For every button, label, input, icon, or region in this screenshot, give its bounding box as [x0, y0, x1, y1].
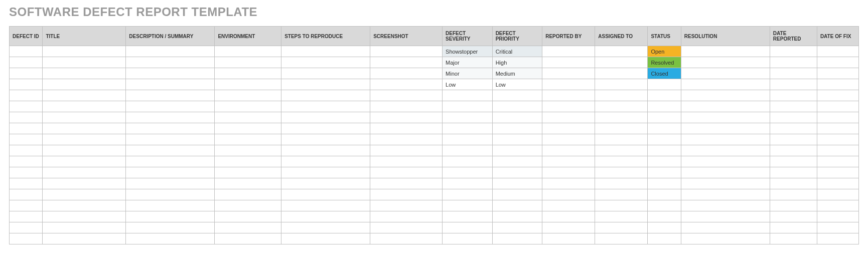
- table-cell[interactable]: [281, 233, 370, 244]
- table-cell[interactable]: [10, 145, 43, 156]
- table-cell[interactable]: [492, 233, 542, 244]
- priority-cell[interactable]: Medium: [492, 68, 542, 79]
- table-cell[interactable]: [542, 200, 595, 211]
- table-cell[interactable]: [648, 112, 681, 123]
- table-cell[interactable]: [43, 145, 126, 156]
- priority-cell[interactable]: High: [492, 57, 542, 68]
- table-cell[interactable]: [43, 189, 126, 200]
- table-cell[interactable]: [370, 211, 443, 222]
- table-cell[interactable]: [595, 123, 648, 134]
- table-cell[interactable]: [492, 200, 542, 211]
- table-cell[interactable]: [126, 167, 215, 178]
- table-cell[interactable]: [817, 189, 858, 200]
- table-cell[interactable]: [43, 233, 126, 244]
- table-cell[interactable]: [648, 79, 681, 90]
- table-cell[interactable]: [817, 68, 858, 79]
- table-cell[interactable]: [43, 112, 126, 123]
- table-cell[interactable]: [681, 101, 770, 112]
- table-cell[interactable]: [681, 222, 770, 233]
- table-cell[interactable]: [542, 156, 595, 167]
- table-cell[interactable]: [281, 101, 370, 112]
- status-cell[interactable]: Resolved: [648, 57, 681, 68]
- table-cell[interactable]: [370, 101, 443, 112]
- table-cell[interactable]: [648, 90, 681, 101]
- table-cell[interactable]: [126, 222, 215, 233]
- table-cell[interactable]: [770, 200, 817, 211]
- table-cell[interactable]: [492, 222, 542, 233]
- table-cell[interactable]: [443, 134, 493, 145]
- table-cell[interactable]: [492, 134, 542, 145]
- table-cell[interactable]: [443, 211, 493, 222]
- table-cell[interactable]: [10, 46, 43, 57]
- table-cell[interactable]: [542, 57, 595, 68]
- table-cell[interactable]: [770, 90, 817, 101]
- table-cell[interactable]: [370, 200, 443, 211]
- table-cell[interactable]: [443, 112, 493, 123]
- table-cell[interactable]: [10, 134, 43, 145]
- table-cell[interactable]: [648, 200, 681, 211]
- table-cell[interactable]: [681, 200, 770, 211]
- table-cell[interactable]: [10, 123, 43, 134]
- table-cell[interactable]: [770, 68, 817, 79]
- severity-cell[interactable]: Minor: [443, 68, 493, 79]
- table-cell[interactable]: [770, 178, 817, 189]
- table-cell[interactable]: [43, 156, 126, 167]
- table-cell[interactable]: [817, 134, 858, 145]
- table-cell[interactable]: [648, 211, 681, 222]
- table-cell[interactable]: [542, 79, 595, 90]
- table-cell[interactable]: [215, 123, 281, 134]
- table-cell[interactable]: [595, 167, 648, 178]
- table-cell[interactable]: [215, 178, 281, 189]
- table-cell[interactable]: [10, 178, 43, 189]
- table-cell[interactable]: [492, 178, 542, 189]
- table-cell[interactable]: [648, 145, 681, 156]
- table-cell[interactable]: [215, 200, 281, 211]
- table-cell[interactable]: [681, 112, 770, 123]
- table-cell[interactable]: [126, 156, 215, 167]
- table-cell[interactable]: [43, 90, 126, 101]
- severity-cell[interactable]: Major: [443, 57, 493, 68]
- table-cell[interactable]: [10, 200, 43, 211]
- table-cell[interactable]: [648, 167, 681, 178]
- table-cell[interactable]: [770, 145, 817, 156]
- table-cell[interactable]: [817, 178, 858, 189]
- table-cell[interactable]: [126, 68, 215, 79]
- table-cell[interactable]: [281, 46, 370, 57]
- table-cell[interactable]: [648, 233, 681, 244]
- table-cell[interactable]: [770, 57, 817, 68]
- table-cell[interactable]: [648, 134, 681, 145]
- table-cell[interactable]: [370, 79, 443, 90]
- table-cell[interactable]: [370, 167, 443, 178]
- table-cell[interactable]: [492, 101, 542, 112]
- table-cell[interactable]: [542, 123, 595, 134]
- table-cell[interactable]: [215, 233, 281, 244]
- table-cell[interactable]: [281, 134, 370, 145]
- table-cell[interactable]: [370, 123, 443, 134]
- table-cell[interactable]: [595, 57, 648, 68]
- table-cell[interactable]: [681, 189, 770, 200]
- table-cell[interactable]: [281, 200, 370, 211]
- table-cell[interactable]: [770, 112, 817, 123]
- table-cell[interactable]: [681, 134, 770, 145]
- table-cell[interactable]: [595, 68, 648, 79]
- table-cell[interactable]: [817, 200, 858, 211]
- table-cell[interactable]: [443, 156, 493, 167]
- table-cell[interactable]: [817, 79, 858, 90]
- table-cell[interactable]: [595, 156, 648, 167]
- table-cell[interactable]: [595, 134, 648, 145]
- table-cell[interactable]: [648, 156, 681, 167]
- table-cell[interactable]: [595, 101, 648, 112]
- table-cell[interactable]: [443, 90, 493, 101]
- table-cell[interactable]: [817, 167, 858, 178]
- table-cell[interactable]: [770, 46, 817, 57]
- table-cell[interactable]: [281, 222, 370, 233]
- table-cell[interactable]: [595, 222, 648, 233]
- table-cell[interactable]: [43, 134, 126, 145]
- table-cell[interactable]: [443, 145, 493, 156]
- table-cell[interactable]: [817, 46, 858, 57]
- table-cell[interactable]: [681, 178, 770, 189]
- table-cell[interactable]: [595, 233, 648, 244]
- table-cell[interactable]: [817, 156, 858, 167]
- table-cell[interactable]: [492, 90, 542, 101]
- table-cell[interactable]: [10, 57, 43, 68]
